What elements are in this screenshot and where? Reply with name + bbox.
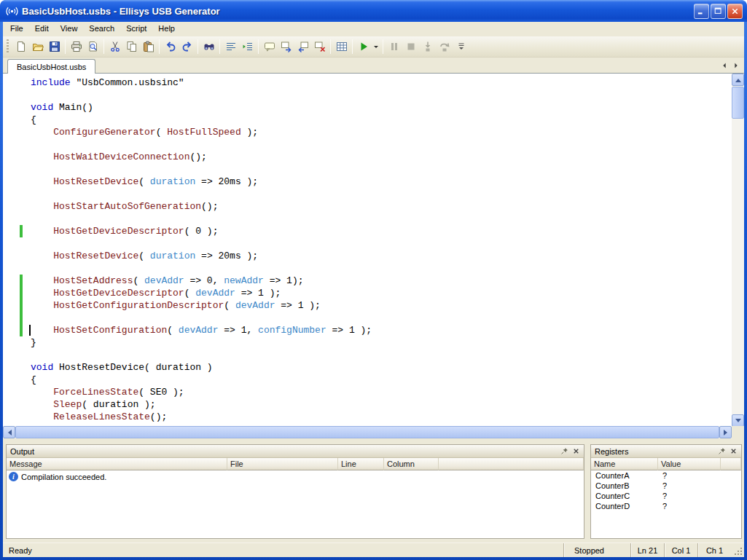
code-token bbox=[31, 387, 53, 398]
code-token: void bbox=[31, 362, 53, 373]
redo-button[interactable] bbox=[179, 39, 195, 55]
column-header-message: Message bbox=[7, 458, 227, 470]
maximize-button[interactable] bbox=[711, 4, 726, 19]
code-token: ( bbox=[224, 300, 235, 311]
column-header-file: File bbox=[227, 458, 338, 470]
scroll-up-button[interactable] bbox=[732, 74, 744, 86]
find-button[interactable] bbox=[200, 39, 217, 55]
horizontal-scroll-thumb[interactable] bbox=[15, 426, 719, 438]
tab-basicusbhost[interactable]: BasicUsbHost.usbs bbox=[7, 59, 95, 74]
code-line: include "UsbCommon.usbsinc" bbox=[31, 76, 732, 89]
code-token: HostGetDeviceDescriptor bbox=[53, 288, 184, 299]
step-into-icon bbox=[422, 41, 434, 52]
goto-event-icon bbox=[297, 41, 309, 52]
code-token: (); bbox=[201, 201, 218, 212]
run-button[interactable] bbox=[355, 39, 372, 55]
run-dropdown-button[interactable] bbox=[372, 39, 380, 55]
toolbar-separator bbox=[103, 39, 104, 54]
toolbar-separator bbox=[219, 39, 220, 54]
insert-event-button[interactable] bbox=[278, 39, 294, 55]
register-row[interactable]: CounterC? bbox=[591, 491, 741, 501]
close-button[interactable] bbox=[727, 4, 743, 19]
code-token: ( bbox=[156, 127, 168, 138]
changed-line-marker bbox=[20, 225, 23, 237]
print-preview-button[interactable] bbox=[85, 39, 101, 55]
code-line bbox=[31, 188, 732, 200]
print-preview-icon bbox=[87, 41, 99, 52]
vertical-scrollbar[interactable] bbox=[732, 74, 744, 427]
status-line: Ln 21 bbox=[630, 543, 664, 557]
code-token: devAddr bbox=[144, 275, 184, 286]
pause-button bbox=[386, 39, 402, 55]
scroll-left-button[interactable] bbox=[3, 426, 15, 438]
code-token: HostGetConfigurationDescriptor bbox=[53, 300, 224, 311]
code-token: => 1 ); bbox=[235, 288, 281, 299]
changed-line-marker bbox=[20, 275, 23, 287]
code-line: HostResetDevice( duration => 20ms ); bbox=[31, 176, 732, 188]
tab-scroll-left-button[interactable] bbox=[719, 60, 730, 71]
undo-button[interactable] bbox=[162, 39, 179, 55]
menu-view[interactable]: View bbox=[55, 22, 84, 36]
menu-file[interactable]: File bbox=[4, 22, 29, 36]
print-button[interactable] bbox=[68, 39, 85, 55]
status-ready: Ready bbox=[3, 543, 563, 557]
code-token: devAddr bbox=[195, 288, 235, 299]
code-token: (); bbox=[189, 151, 206, 162]
copy-button[interactable] bbox=[123, 39, 140, 55]
paste-button[interactable] bbox=[140, 39, 157, 55]
tab-scroll-right-button[interactable] bbox=[730, 60, 741, 71]
code-line bbox=[31, 163, 732, 176]
register-row[interactable]: CounterD? bbox=[591, 501, 741, 511]
open-file-button[interactable] bbox=[29, 39, 46, 55]
remove-event-icon bbox=[314, 41, 326, 52]
code-line: ForceLinesState( SE0 ); bbox=[31, 386, 732, 398]
stop-icon bbox=[405, 41, 417, 52]
close-icon[interactable] bbox=[727, 446, 739, 457]
scroll-right-button[interactable] bbox=[719, 426, 732, 438]
output-message-row[interactable]: iCompilation succeeded. bbox=[7, 470, 584, 483]
changed-line-marker bbox=[20, 299, 23, 312]
code-token bbox=[31, 176, 53, 187]
column-header-line: Line bbox=[338, 458, 384, 470]
code-line: { bbox=[31, 114, 732, 126]
comment-icon bbox=[264, 41, 275, 52]
vertical-scroll-thumb[interactable] bbox=[732, 87, 744, 119]
overflow-button[interactable] bbox=[453, 39, 469, 55]
menu-script[interactable]: Script bbox=[120, 22, 152, 36]
remove-event-button[interactable] bbox=[311, 39, 328, 55]
cut-button[interactable] bbox=[106, 39, 123, 55]
toolbar-grip[interactable] bbox=[7, 39, 9, 54]
code-token bbox=[31, 275, 53, 286]
menubar: FileEditViewSearchScriptHelp bbox=[3, 22, 744, 36]
status-char: Ch 1 bbox=[697, 543, 731, 557]
code-line: HostGetConfigurationDescriptor( devAddr … bbox=[31, 299, 732, 312]
grid-button[interactable] bbox=[333, 39, 350, 55]
pin-icon[interactable] bbox=[558, 446, 570, 457]
menu-search[interactable]: Search bbox=[83, 22, 120, 36]
indent-button[interactable] bbox=[239, 39, 256, 55]
print-icon bbox=[71, 41, 82, 52]
code-line: void HostResetDevice( duration ) bbox=[31, 361, 732, 374]
save-button[interactable] bbox=[46, 39, 63, 55]
menu-edit[interactable]: Edit bbox=[29, 22, 55, 36]
code-editor[interactable]: include "UsbCommon.usbsinc"void Main(){ … bbox=[3, 73, 744, 438]
tabbar: BasicUsbHost.usbs bbox=[3, 58, 744, 73]
minimize-button[interactable] bbox=[694, 4, 709, 19]
register-row[interactable]: CounterB? bbox=[591, 481, 741, 491]
stop-button bbox=[402, 39, 419, 55]
resize-grip[interactable] bbox=[731, 543, 744, 557]
code-line: HostGetDeviceDescriptor( devAddr => 1 ); bbox=[31, 287, 732, 299]
register-row[interactable]: CounterA? bbox=[591, 470, 741, 481]
new-document-button[interactable] bbox=[12, 39, 29, 55]
code-token: ( bbox=[133, 275, 144, 286]
pause-icon bbox=[388, 41, 400, 52]
scroll-down-button[interactable] bbox=[732, 414, 744, 427]
close-icon[interactable] bbox=[570, 446, 582, 457]
horizontal-scrollbar[interactable] bbox=[3, 426, 732, 438]
format-list-button[interactable] bbox=[222, 39, 239, 55]
comment-button[interactable] bbox=[261, 39, 278, 55]
goto-event-button[interactable] bbox=[294, 39, 311, 55]
pin-icon[interactable] bbox=[716, 446, 727, 457]
code-area[interactable]: include "UsbCommon.usbsinc"void Main(){ … bbox=[3, 74, 732, 427]
menu-help[interactable]: Help bbox=[152, 22, 181, 36]
